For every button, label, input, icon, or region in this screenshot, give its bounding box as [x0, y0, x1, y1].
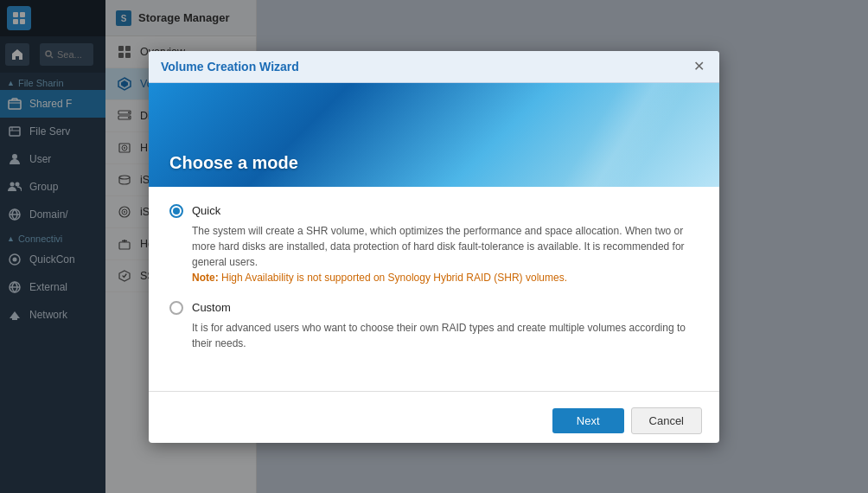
- custom-mode-option: Custom It is for advanced users who want…: [169, 301, 699, 351]
- custom-radio[interactable]: [169, 301, 183, 315]
- quick-mode-label: Quick: [192, 204, 220, 217]
- custom-mode-header[interactable]: Custom: [169, 301, 699, 315]
- desktop-area: Volume Creation Wizard ✕ Choose a mode Q…: [257, 0, 868, 493]
- next-button[interactable]: Next: [552, 408, 624, 433]
- dialog-title: Volume Creation Wizard: [161, 60, 299, 74]
- quick-mode-description: The system will create a SHR volume, whi…: [192, 223, 699, 285]
- quick-mode-header[interactable]: Quick: [169, 204, 699, 218]
- note-label: Note:: [192, 272, 219, 284]
- dialog-title-bar: Volume Creation Wizard ✕: [149, 51, 719, 83]
- custom-mode-label: Custom: [192, 301, 231, 314]
- dialog-banner: Choose a mode: [149, 83, 719, 187]
- cancel-button[interactable]: Cancel: [631, 407, 702, 434]
- dialog-banner-title: Choose a mode: [169, 153, 298, 173]
- note-text: High Availability is not supported on Sy…: [221, 272, 567, 284]
- quick-mode-note: Note: High Availability is not supported…: [192, 272, 567, 284]
- dialog-footer: Next Cancel: [149, 399, 719, 443]
- volume-creation-dialog: Volume Creation Wizard ✕ Choose a mode Q…: [149, 51, 719, 443]
- dialog-body: Quick The system will create a SHR volum…: [149, 187, 719, 384]
- quick-mode-option: Quick The system will create a SHR volum…: [169, 204, 699, 285]
- quick-radio[interactable]: [169, 204, 183, 218]
- dialog-close-button[interactable]: ✕: [690, 58, 707, 75]
- dialog-overlay: Volume Creation Wizard ✕ Choose a mode Q…: [0, 0, 868, 493]
- dialog-divider: [149, 391, 719, 392]
- custom-mode-description: It is for advanced users who want to cho…: [192, 320, 699, 351]
